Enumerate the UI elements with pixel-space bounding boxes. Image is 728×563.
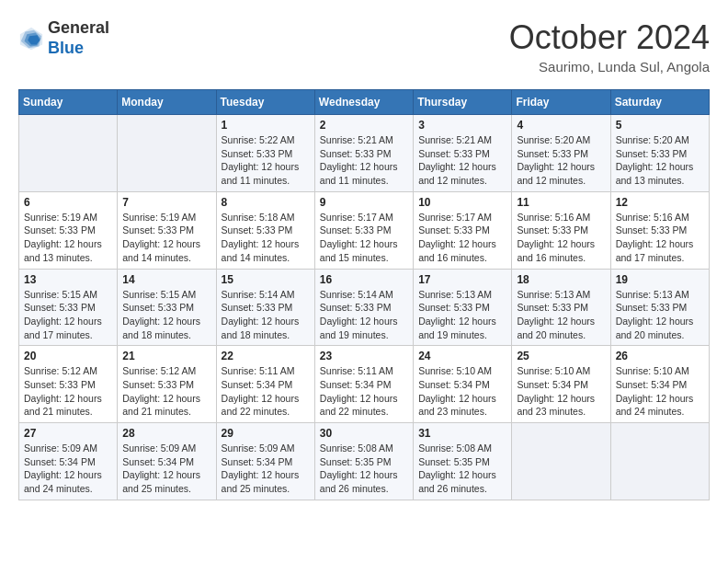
day-number: 16 [320,273,408,286]
day-info: Sunrise: 5:21 AM Sunset: 5:33 PM Dayligh… [320,133,408,188]
title-block: October 2024 Saurimo, Lunda Sul, Angola [509,18,710,75]
calendar-cell: 4Sunrise: 5:20 AM Sunset: 5:33 PM Daylig… [512,115,610,192]
day-info: Sunrise: 5:19 AM Sunset: 5:33 PM Dayligh… [122,211,210,265]
day-number: 14 [122,273,210,286]
day-info: Sunrise: 5:20 AM Sunset: 5:33 PM Dayligh… [616,133,704,188]
day-number: 22 [222,350,310,362]
day-number: 10 [418,196,506,209]
calendar-week-row: 20Sunrise: 5:12 AM Sunset: 5:33 PM Dayli… [19,346,710,423]
calendar-cell [118,115,216,192]
calendar-body: 1Sunrise: 5:22 AM Sunset: 5:33 PM Daylig… [19,115,710,500]
calendar-cell: 1Sunrise: 5:22 AM Sunset: 5:33 PM Daylig… [216,115,314,192]
calendar-cell [19,115,118,192]
calendar-cell: 6Sunrise: 5:19 AM Sunset: 5:33 PM Daylig… [19,191,118,269]
day-info: Sunrise: 5:10 AM Sunset: 5:34 PM Dayligh… [616,364,704,419]
logo: General Blue [18,18,109,58]
weekday-header-row: SundayMondayTuesdayWednesdayThursdayFrid… [19,90,710,115]
calendar-cell: 16Sunrise: 5:14 AM Sunset: 5:33 PM Dayli… [314,269,413,346]
day-info: Sunrise: 5:22 AM Sunset: 5:33 PM Dayligh… [222,133,310,188]
day-number: 23 [320,350,408,362]
day-info: Sunrise: 5:20 AM Sunset: 5:33 PM Dayligh… [517,133,605,188]
calendar-cell: 22Sunrise: 5:11 AM Sunset: 5:34 PM Dayli… [216,346,314,423]
day-number: 12 [616,196,704,209]
day-number: 11 [517,196,605,209]
month-title: October 2024 [509,18,710,57]
day-info: Sunrise: 5:21 AM Sunset: 5:33 PM Dayligh… [418,133,506,188]
day-number: 27 [24,427,112,440]
day-info: Sunrise: 5:18 AM Sunset: 5:33 PM Dayligh… [222,211,310,265]
day-info: Sunrise: 5:09 AM Sunset: 5:34 PM Dayligh… [222,442,310,496]
calendar-header: SundayMondayTuesdayWednesdayThursdayFrid… [19,90,710,115]
day-info: Sunrise: 5:16 AM Sunset: 5:33 PM Dayligh… [616,211,704,265]
weekday-header: Friday [512,90,610,115]
day-info: Sunrise: 5:16 AM Sunset: 5:33 PM Dayligh… [517,211,605,265]
day-number: 20 [24,350,112,362]
calendar-week-row: 27Sunrise: 5:09 AM Sunset: 5:34 PM Dayli… [19,423,710,500]
calendar-cell: 3Sunrise: 5:21 AM Sunset: 5:33 PM Daylig… [414,115,512,192]
day-info: Sunrise: 5:08 AM Sunset: 5:35 PM Dayligh… [418,442,506,496]
day-number: 2 [320,119,408,132]
weekday-header: Sunday [19,90,118,115]
calendar-cell: 19Sunrise: 5:13 AM Sunset: 5:33 PM Dayli… [610,269,709,346]
weekday-header: Thursday [414,90,512,115]
calendar-cell: 25Sunrise: 5:10 AM Sunset: 5:34 PM Dayli… [512,346,610,423]
calendar-cell: 28Sunrise: 5:09 AM Sunset: 5:34 PM Dayli… [118,423,216,500]
location-subtitle: Saurimo, Lunda Sul, Angola [509,59,710,75]
calendar-cell: 24Sunrise: 5:10 AM Sunset: 5:34 PM Dayli… [414,346,512,423]
day-number: 8 [222,196,310,209]
day-number: 24 [418,350,506,362]
day-number: 26 [616,350,704,362]
day-info: Sunrise: 5:12 AM Sunset: 5:33 PM Dayligh… [122,364,210,419]
logo-text: General Blue [48,18,109,58]
day-info: Sunrise: 5:13 AM Sunset: 5:33 PM Dayligh… [418,288,506,342]
day-info: Sunrise: 5:14 AM Sunset: 5:33 PM Dayligh… [222,288,310,342]
day-info: Sunrise: 5:09 AM Sunset: 5:34 PM Dayligh… [24,442,112,496]
day-number: 19 [616,273,704,286]
calendar-cell: 5Sunrise: 5:20 AM Sunset: 5:33 PM Daylig… [610,115,709,192]
day-info: Sunrise: 5:15 AM Sunset: 5:33 PM Dayligh… [24,288,112,342]
day-number: 30 [320,427,408,440]
day-number: 29 [222,427,310,440]
day-info: Sunrise: 5:11 AM Sunset: 5:34 PM Dayligh… [222,364,310,419]
day-info: Sunrise: 5:15 AM Sunset: 5:33 PM Dayligh… [122,288,210,342]
calendar-cell: 13Sunrise: 5:15 AM Sunset: 5:33 PM Dayli… [19,269,118,346]
calendar-cell: 20Sunrise: 5:12 AM Sunset: 5:33 PM Dayli… [19,346,118,423]
page-header: General Blue October 2024 Saurimo, Lunda… [18,18,710,75]
weekday-header: Tuesday [216,90,314,115]
logo-line1: General [48,18,109,37]
day-info: Sunrise: 5:10 AM Sunset: 5:34 PM Dayligh… [517,364,605,419]
day-number: 15 [222,273,310,286]
day-info: Sunrise: 5:10 AM Sunset: 5:34 PM Dayligh… [418,364,506,419]
calendar-cell: 11Sunrise: 5:16 AM Sunset: 5:33 PM Dayli… [512,191,610,269]
day-info: Sunrise: 5:19 AM Sunset: 5:33 PM Dayligh… [24,211,112,265]
day-number: 3 [418,119,506,132]
day-number: 31 [418,427,506,440]
weekday-header: Monday [118,90,216,115]
calendar-cell [512,423,610,500]
calendar-cell: 31Sunrise: 5:08 AM Sunset: 5:35 PM Dayli… [414,423,512,500]
calendar-cell: 9Sunrise: 5:17 AM Sunset: 5:33 PM Daylig… [314,191,413,269]
day-info: Sunrise: 5:11 AM Sunset: 5:34 PM Dayligh… [320,364,408,419]
calendar-week-row: 13Sunrise: 5:15 AM Sunset: 5:33 PM Dayli… [19,269,710,346]
calendar-cell: 30Sunrise: 5:08 AM Sunset: 5:35 PM Dayli… [314,423,413,500]
calendar-cell: 18Sunrise: 5:13 AM Sunset: 5:33 PM Dayli… [512,269,610,346]
day-info: Sunrise: 5:17 AM Sunset: 5:33 PM Dayligh… [418,211,506,265]
day-info: Sunrise: 5:09 AM Sunset: 5:34 PM Dayligh… [122,442,210,496]
calendar-cell: 2Sunrise: 5:21 AM Sunset: 5:33 PM Daylig… [314,115,413,192]
weekday-header: Saturday [610,90,709,115]
day-info: Sunrise: 5:13 AM Sunset: 5:33 PM Dayligh… [616,288,704,342]
calendar-cell: 23Sunrise: 5:11 AM Sunset: 5:34 PM Dayli… [314,346,413,423]
day-number: 1 [222,119,310,132]
calendar-cell: 17Sunrise: 5:13 AM Sunset: 5:33 PM Dayli… [414,269,512,346]
calendar-cell: 21Sunrise: 5:12 AM Sunset: 5:33 PM Dayli… [118,346,216,423]
calendar-cell: 26Sunrise: 5:10 AM Sunset: 5:34 PM Dayli… [610,346,709,423]
calendar-table: SundayMondayTuesdayWednesdayThursdayFrid… [18,89,710,500]
day-number: 5 [616,119,704,132]
day-number: 25 [517,350,605,362]
day-number: 28 [122,427,210,440]
day-number: 13 [24,273,112,286]
day-number: 18 [517,273,605,286]
day-number: 17 [418,273,506,286]
calendar-cell: 12Sunrise: 5:16 AM Sunset: 5:33 PM Dayli… [610,191,709,269]
calendar-cell: 29Sunrise: 5:09 AM Sunset: 5:34 PM Dayli… [216,423,314,500]
